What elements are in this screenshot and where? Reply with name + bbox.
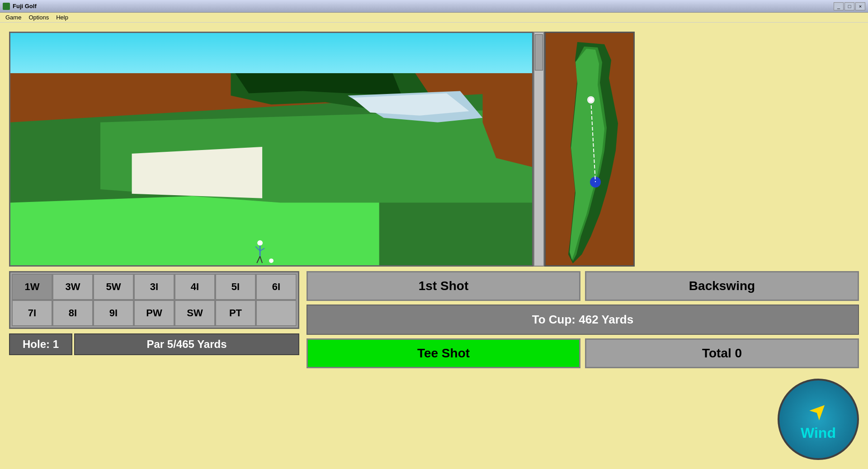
club-grid: 1W 3W 5W 3I 4I 5I 6I 7I 8I 9I PW SW [9,271,299,329]
window-controls: _ □ × [834,2,865,10]
to-cup-display: To Cup: 462 Yards [307,305,859,335]
club-1w[interactable]: 1W [12,274,52,300]
shot-row-1: 1st Shot Backswing [307,271,859,301]
club-9i[interactable]: 9I [93,300,134,326]
club-7i[interactable]: 7I [12,300,52,326]
menu-options[interactable]: Options [25,13,52,22]
first-shot-button[interactable]: 1st Shot [307,271,580,301]
wind-arrow-icon: ➤ [803,395,834,426]
app-icon [3,3,10,10]
club-sw[interactable]: SW [175,300,215,326]
menubar: Game Options Help [0,13,868,23]
hole-info: Hole: 1 Par 5/465 Yards [9,333,299,355]
club-5w[interactable]: 5W [93,274,134,300]
close-button[interactable]: × [855,2,865,10]
par-label: Par 5/465 Yards [74,333,299,355]
backswing-button[interactable]: Backswing [585,271,859,301]
club-pt[interactable]: PT [215,300,256,326]
minimize-button[interactable]: _ [834,2,844,10]
minimap [544,32,635,267]
left-area: 1W 3W 5W 3I 4I 5I 6I 7I 8I 9I PW SW [9,32,859,460]
window-title: Fuji Golf [13,3,834,9]
scrollbar-thumb[interactable] [535,34,543,70]
club-3i[interactable]: 3I [134,274,175,300]
right-controls: 1st Shot Backswing To Cup: 462 Yards Tee… [307,271,859,368]
controls-row: 1W 3W 5W 3I 4I 5I 6I 7I 8I 9I PW SW [9,271,859,368]
club-row-2: 7I 8I 9I PW SW PT [12,300,297,326]
club-5i[interactable]: 5I [215,274,256,300]
menu-game[interactable]: Game [2,13,25,22]
hole-label: Hole: 1 [9,333,72,355]
left-controls: 1W 3W 5W 3I 4I 5I 6I 7I 8I 9I PW SW [9,271,299,368]
main-content: 1W 3W 5W 3I 4I 5I 6I 7I 8I 9I PW SW [0,23,868,469]
club-3w[interactable]: 3W [52,274,93,300]
wind-indicator: ➤ Wind [778,379,859,460]
game-viewport[interactable] [9,32,533,267]
wind-label: Wind [801,425,836,441]
svg-point-24 [588,97,594,103]
shot-row-2: Tee Shot Total 0 [307,338,859,368]
svg-marker-4 [132,147,263,198]
minimap-svg [546,33,635,267]
club-pw[interactable]: PW [134,300,175,326]
scrollbar[interactable] [533,32,544,267]
course-svg [10,33,532,265]
svg-point-16 [269,258,274,263]
tee-shot-button[interactable]: Tee Shot [307,338,580,368]
club-4i[interactable]: 4I [175,274,215,300]
club-6i[interactable]: 6I [256,274,297,300]
club-8i[interactable]: 8I [52,300,93,326]
svg-point-10 [257,240,263,246]
titlebar: Fuji Golf _ □ × [0,0,868,13]
club-row-1: 1W 3W 5W 3I 4I 5I 6I [12,274,297,300]
total-display: Total 0 [585,338,859,368]
club-empty [256,300,297,326]
menu-help[interactable]: Help [52,13,72,22]
maximize-button[interactable]: □ [844,2,854,10]
